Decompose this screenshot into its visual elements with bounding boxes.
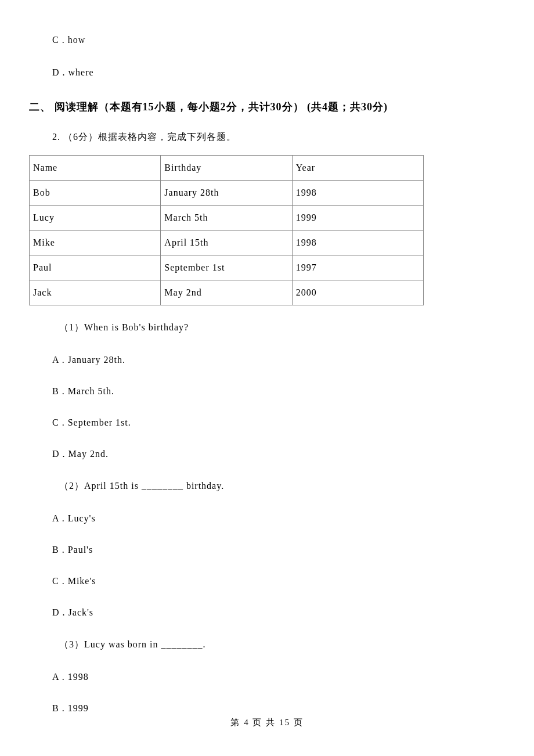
cell-birthday: April 15th	[161, 231, 292, 255]
cell-year: 1997	[292, 255, 423, 280]
table-row: Paul September 1st 1997	[30, 255, 424, 280]
q2-intro: 2. （6分）根据表格内容，完成下列各题。	[52, 131, 505, 143]
cell-name: Jack	[30, 280, 161, 305]
cell-name: Lucy	[30, 206, 161, 231]
q2-sub2-option-c: C . Mike's	[52, 576, 505, 586]
cell-birthday: March 5th	[161, 206, 292, 231]
q2-sub1-option-c: C . September 1st.	[52, 417, 505, 428]
cell-birthday: May 2nd	[161, 280, 292, 305]
cell-birthday: January 28th	[161, 181, 292, 206]
q2-sub1-option-b: B . March 5th.	[52, 386, 505, 397]
table-row: Bob January 28th 1998	[30, 181, 424, 206]
cell-birthday: September 1st	[161, 255, 292, 280]
cell-year: 1999	[292, 206, 423, 231]
page-footer: 第 4 页 共 15 页	[29, 717, 505, 728]
q2-sub1-option-a: A . January 28th.	[52, 355, 505, 365]
cell-name: Mike	[30, 231, 161, 255]
q2-sub3-question: （3）Lucy was born in ________.	[59, 639, 505, 651]
prev-option-d: D . where	[52, 67, 505, 78]
q2-sub2-option-a: A . Lucy's	[52, 513, 505, 524]
th-birthday: Birthday	[161, 156, 292, 181]
q2-sub2-option-d: D . Jack's	[52, 607, 505, 618]
q2-sub2-option-b: B . Paul's	[52, 545, 505, 555]
th-year: Year	[292, 156, 423, 181]
q2-sub3-option-a: A . 1998	[52, 672, 505, 682]
q2-sub2-question: （2）April 15th is ________ birthday.	[59, 480, 505, 492]
cell-year: 2000	[292, 280, 423, 305]
section-heading: 二、 阅读理解（本题有15小题，每小题2分，共计30分） (共4题；共30分)	[29, 100, 505, 114]
cell-name: Paul	[30, 255, 161, 280]
birthday-table: Name Birthday Year Bob January 28th 1998…	[29, 155, 424, 305]
cell-name: Bob	[30, 181, 161, 206]
prev-option-c: C . how	[52, 35, 505, 45]
table-row: Mike April 15th 1998	[30, 231, 424, 255]
th-name: Name	[30, 156, 161, 181]
table-row: Jack May 2nd 2000	[30, 280, 424, 305]
cell-year: 1998	[292, 231, 423, 255]
table-row: Lucy March 5th 1999	[30, 206, 424, 231]
q2-sub3-option-b: B . 1999	[52, 703, 505, 714]
table-header-row: Name Birthday Year	[30, 156, 424, 181]
q2-sub1-question: （1）When is Bob's birthday?	[59, 322, 505, 334]
cell-year: 1998	[292, 181, 423, 206]
q2-sub1-option-d: D . May 2nd.	[52, 449, 505, 459]
